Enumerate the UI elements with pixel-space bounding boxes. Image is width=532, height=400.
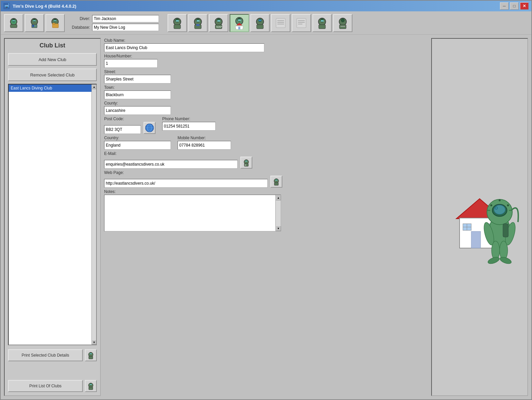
list-scrollbar[interactable]: ▲ ▼ [91, 84, 96, 345]
house-number-row: House/Number: [104, 54, 428, 68]
webpage-row: Web Page: [104, 170, 428, 188]
town-row: Town: [104, 85, 428, 99]
print-details-icon-button[interactable] [85, 349, 97, 361]
club-name-input[interactable] [104, 43, 264, 52]
email-row: E-Mail: @ [104, 151, 428, 169]
notes-scroll-down[interactable]: ▼ [276, 226, 281, 231]
club-item[interactable]: East Lancs Diving Club [9, 84, 96, 92]
svg-point-54 [341, 19, 344, 22]
new-button[interactable] [4, 14, 23, 32]
house-number-input[interactable] [104, 59, 158, 68]
left-panel: Club List Add New Club Remove Selected C… [4, 38, 101, 396]
street-row: Street: [104, 69, 428, 83]
email-send-button[interactable]: @ [240, 157, 252, 169]
print-details-row: Print Selected Club Details [8, 349, 97, 361]
postcode-input-row [104, 122, 156, 134]
scroll-up-arrow[interactable]: ▲ [92, 84, 96, 89]
title-bar: 🤿 Tim's Dive Log 4 (Build 4.4.0.2) ─ □ ✕ [1, 1, 531, 11]
notes-scroll-up[interactable]: ▲ [276, 195, 281, 200]
nav-settings[interactable] [333, 14, 352, 32]
remove-club-button[interactable]: Remove Selected Club [8, 68, 97, 81]
nav-list2[interactable] [292, 14, 311, 32]
email-input[interactable] [104, 160, 238, 169]
add-club-button[interactable]: Add New Club [8, 53, 97, 66]
country-label: Country: [104, 136, 171, 140]
database-label: Database: [70, 25, 90, 30]
webpage-label: Web Page: [104, 170, 428, 175]
svg-rect-32 [238, 19, 241, 21]
nav-clubs[interactable] [230, 14, 249, 32]
diver-info: Diver: Database: [70, 15, 159, 31]
county-label: County: [104, 101, 428, 106]
postcode-input[interactable] [104, 125, 141, 134]
club-name-row: Club Name: [104, 38, 428, 52]
nav-list1[interactable] [271, 14, 290, 32]
diver-row: Diver: [70, 15, 159, 22]
svg-rect-40 [276, 18, 285, 28]
svg-rect-72 [245, 161, 247, 162]
toolbar-left [4, 14, 65, 32]
database-input[interactable] [92, 24, 159, 31]
minimize-button[interactable]: ─ [500, 2, 509, 10]
svg-point-99 [492, 241, 500, 260]
main-window: 🤿 Tim's Dive Log 4 (Build 4.4.0.2) ─ □ ✕ [0, 0, 532, 400]
postcode-lookup-button[interactable] [144, 122, 156, 134]
svg-point-91 [495, 207, 498, 209]
county-input[interactable] [104, 106, 171, 115]
svg-rect-51 [321, 20, 324, 22]
mobile-input[interactable] [178, 141, 231, 150]
save-button[interactable] [25, 14, 44, 32]
street-input[interactable] [104, 75, 171, 83]
right-panel [431, 38, 528, 396]
postcode-phone-row: Post Code: Phone Number: [104, 117, 428, 134]
nav-equipment[interactable] [188, 14, 208, 32]
notes-scroll-track [276, 200, 281, 226]
club-list-box[interactable]: East Lancs Diving Club ▲ ▼ [8, 84, 97, 345]
svg-rect-8 [32, 25, 34, 27]
country-input[interactable] [104, 141, 171, 150]
nav-buttons: MAP [168, 14, 352, 32]
webpage-open-button[interactable] [270, 176, 282, 188]
svg-rect-77 [275, 180, 277, 181]
svg-text:MAP: MAP [216, 25, 222, 28]
svg-rect-59 [90, 353, 92, 354]
phone-label: Phone Number: [162, 117, 216, 121]
title-bar-left: 🤿 Tim's Dive Log 4 (Build 4.4.0.2) [3, 3, 76, 9]
maximize-button[interactable]: □ [510, 2, 519, 10]
scroll-track [92, 89, 96, 340]
phone-input[interactable] [162, 122, 216, 131]
diver-house-svg [436, 169, 523, 265]
email-label: E-Mail: [104, 151, 428, 156]
svg-rect-63 [90, 384, 92, 385]
print-details-button[interactable]: Print Selected Club Details [8, 349, 83, 361]
svg-point-96 [499, 199, 501, 201]
diver-input[interactable] [92, 15, 159, 22]
webpage-input[interactable] [104, 179, 268, 188]
country-row: Country: [104, 136, 171, 150]
svg-point-95 [507, 204, 509, 206]
postcode-label: Post Code: [104, 117, 156, 121]
close-button[interactable]: ✕ [520, 2, 529, 10]
form-section: Club Name: House/Number: Street: Town: [104, 38, 428, 231]
open-button[interactable] [45, 14, 65, 32]
svg-rect-10 [33, 20, 36, 21]
svg-text:@: @ [245, 164, 246, 166]
print-list-row: Print List Of Clubs [8, 380, 97, 392]
notes-input[interactable] [104, 195, 275, 231]
nav-dives[interactable] [168, 14, 187, 32]
svg-rect-19 [176, 20, 179, 22]
nav-sites[interactable]: MAP [209, 14, 228, 32]
nav-profile[interactable] [312, 14, 332, 32]
panel-title: Club List [8, 42, 97, 49]
nav-globe[interactable] [250, 14, 270, 32]
title-controls: ─ □ ✕ [500, 2, 529, 10]
print-list-button[interactable]: Print List Of Clubs [8, 380, 83, 392]
notes-row: Notes: ▲ ▼ [104, 189, 428, 231]
town-input[interactable] [104, 90, 171, 99]
scroll-down-arrow[interactable]: ▼ [92, 340, 96, 345]
app-icon: 🤿 [3, 3, 10, 9]
phone-row: Phone Number: [162, 117, 216, 134]
print-list-icon-button[interactable] [85, 380, 97, 392]
svg-point-100 [500, 241, 508, 260]
mobile-row: Mobile Number: [178, 136, 231, 150]
